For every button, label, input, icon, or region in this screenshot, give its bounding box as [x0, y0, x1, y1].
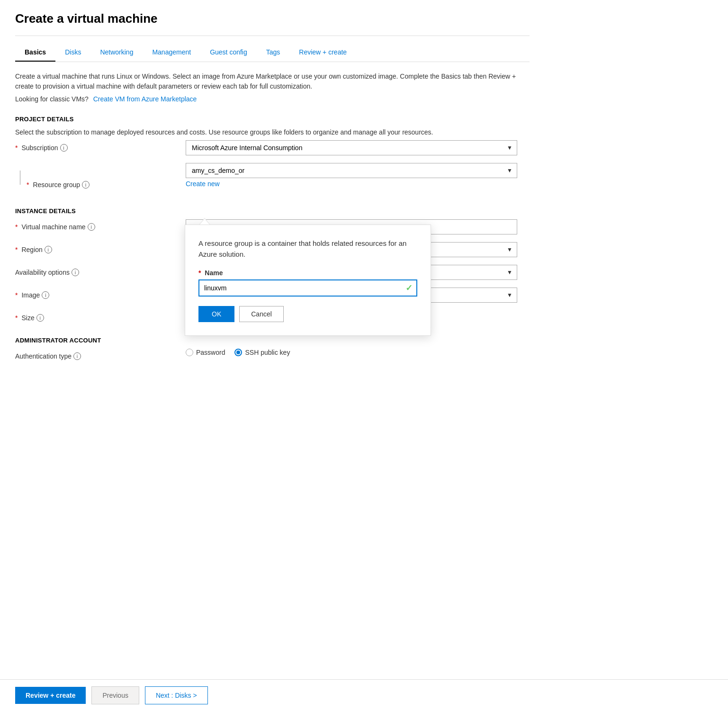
subscription-control: Microsoft Azure Internal Consumption ▼	[186, 140, 517, 155]
size-required-star: *	[15, 314, 18, 322]
vm-name-info-icon[interactable]: i	[88, 223, 95, 231]
popup-cancel-button[interactable]: Cancel	[239, 306, 284, 322]
resource-group-required-star: *	[27, 181, 29, 189]
region-required-star: *	[15, 246, 18, 253]
page-title: Create a virtual machine	[15, 11, 530, 26]
popup-ok-button[interactable]: OK	[198, 306, 234, 322]
create-resource-group-popup: A resource group is a container that hol…	[185, 218, 431, 336]
auth-type-row: Authentication type i Password SSH publi…	[15, 349, 530, 360]
popup-box: A resource group is a container that hol…	[185, 225, 431, 336]
previous-button[interactable]: Previous	[91, 686, 139, 704]
popup-input-wrapper: ✓	[198, 279, 417, 297]
auth-type-info-icon[interactable]: i	[73, 352, 81, 360]
size-label: * Size i	[15, 310, 186, 322]
availability-options-label: Availability options i	[15, 265, 186, 276]
popup-name-input[interactable]	[198, 279, 417, 297]
project-details-header: PROJECT DETAILS	[15, 116, 530, 123]
main-description: Create a virtual machine that runs Linux…	[15, 72, 530, 91]
resource-group-label-area: * Resource group i	[15, 163, 186, 189]
bottom-bar: Review + create Previous Next : Disks >	[0, 679, 728, 711]
image-info-icon[interactable]: i	[42, 291, 49, 299]
classic-vms-text: Looking for classic VMs? Create VM from …	[15, 94, 530, 104]
resource-group-control: amy_cs_demo_or ▼ Create new	[186, 163, 517, 188]
popup-name-label: * Name	[198, 269, 417, 277]
tab-networking[interactable]: Networking	[90, 44, 143, 62]
create-new-resource-group-link[interactable]: Create new	[186, 180, 220, 188]
vm-name-label: * Virtual machine name i	[15, 219, 186, 231]
resource-group-label-text: Resource group	[33, 181, 80, 189]
tab-basics[interactable]: Basics	[15, 44, 55, 62]
image-required-star: *	[15, 291, 18, 299]
size-info-icon[interactable]: i	[36, 314, 44, 322]
image-label: * Image i	[15, 288, 186, 299]
admin-account-header: ADMINISTRATOR ACCOUNT	[15, 337, 530, 344]
tab-disks[interactable]: Disks	[55, 44, 90, 62]
availability-options-info-icon[interactable]: i	[72, 269, 79, 276]
auth-password-label: Password	[196, 349, 225, 356]
popup-check-icon: ✓	[405, 283, 413, 293]
project-details-description: Select the subscription to manage deploy…	[15, 127, 530, 137]
auth-ssh-radio[interactable]	[234, 349, 242, 356]
tabs-container: Basics Disks Networking Management Guest…	[15, 44, 530, 62]
subscription-row: * Subscription i Microsoft Azure Interna…	[15, 140, 530, 155]
popup-description: A resource group is a container that hol…	[198, 238, 417, 260]
resource-group-row: * Resource group i amy_cs_demo_or ▼ Crea…	[15, 163, 530, 189]
auth-type-label: Authentication type i	[15, 349, 186, 360]
instance-details-header: INSTANCE DETAILS	[15, 207, 530, 215]
subscription-info-icon[interactable]: i	[60, 144, 68, 152]
resource-group-select[interactable]: amy_cs_demo_or	[186, 163, 517, 178]
next-disks-button[interactable]: Next : Disks >	[145, 686, 208, 704]
region-info-icon[interactable]: i	[45, 246, 52, 253]
popup-arrow	[199, 218, 210, 225]
auth-ssh-option[interactable]: SSH public key	[234, 349, 290, 356]
region-label: * Region i	[15, 242, 186, 253]
subscription-select[interactable]: Microsoft Azure Internal Consumption	[186, 140, 517, 155]
tab-guest-config[interactable]: Guest config	[200, 44, 257, 62]
tab-management[interactable]: Management	[143, 44, 200, 62]
subscription-select-wrapper: Microsoft Azure Internal Consumption ▼	[186, 140, 517, 155]
create-vm-marketplace-link[interactable]: Create VM from Azure Marketplace	[93, 95, 197, 103]
review-create-button[interactable]: Review + create	[15, 687, 86, 704]
auth-password-radio[interactable]	[186, 349, 193, 356]
auth-ssh-label: SSH public key	[245, 349, 290, 356]
resource-group-select-wrapper: amy_cs_demo_or ▼	[186, 163, 517, 178]
tab-review-create[interactable]: Review + create	[289, 44, 356, 62]
vm-name-required-star: *	[15, 223, 18, 231]
subscription-label: * Subscription i	[15, 140, 186, 152]
resource-group-info-icon[interactable]: i	[82, 181, 90, 189]
subscription-required-star: *	[15, 144, 18, 152]
auth-password-option[interactable]: Password	[186, 349, 225, 356]
tab-tags[interactable]: Tags	[257, 44, 290, 62]
auth-type-control: Password SSH public key	[186, 349, 517, 356]
popup-buttons: OK Cancel	[198, 306, 417, 322]
